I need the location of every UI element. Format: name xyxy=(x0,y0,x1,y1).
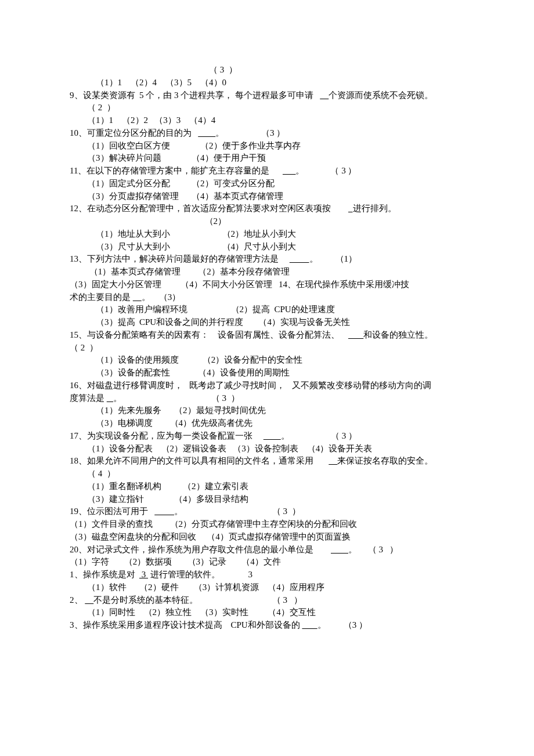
text-line: （1）同时性 （2）独立性 （3）实时性 （4）交互性 xyxy=(70,606,464,619)
text-line: （1）地址从大到小 （2）地址从小到大 xyxy=(70,228,464,241)
text-line: 20、对记录式文件，操作系统为用户存取文件信息的最小单位是 。 （ 3 ） xyxy=(70,544,464,556)
text-line: 3、操作系统采用多道程序设计技术提高 CPU和外部设备的 。 （3 ） xyxy=(70,619,464,632)
text-line: （3）设备的配套性 （4）设备使用的周期性 xyxy=(70,367,464,379)
text-line: （3）分页虚拟存储管理 （4）基本页式存储管理 xyxy=(70,190,464,203)
text-line: （1）重名翻译机构 （2）建立索引表 xyxy=(70,480,464,493)
text-line: 12、在动态分区分配管理中，首次适应分配算法要求对空闲区表项按 进行排列。 xyxy=(70,202,464,215)
text-line: （1）先来先服务 （2）最短寻找时间优先 xyxy=(70,404,464,417)
text-line: 15、与设备分配策略有关的因素有： 设备固有属性、设备分配算法、 和设备的独立性… xyxy=(70,329,464,342)
text-line: （1）设备分配表 （2）逻辑设备表 （3）设备控制表 （4）设备开关表 xyxy=(70,443,464,455)
text-line: （1）软件 （2）硬件 （3）计算机资源 （4）应用程序 xyxy=(70,581,464,594)
text-line: （1）回收空白区方便 （2）便于多作业共享内存 xyxy=(70,140,464,153)
text-line: 17、为实现设备分配，应为每一类设备配置一张 。 （ 3 ） xyxy=(70,430,464,443)
text-line: 18、如果允许不同用户的文件可以具有相同的文件名，通常采用 来保证按名存取的安全… xyxy=(70,455,464,468)
text-line: 10、可重定位分区分配的目的为 。 （3 ） xyxy=(70,127,464,140)
text-line: （1）固定式分区分配 （2）可变式分区分配 xyxy=(70,178,464,190)
text-line: 2、 不是分时系统的基本特征。 （ 3 ） xyxy=(70,594,464,607)
text-line: 16、对磁盘进行移臂调度时， 既考虑了减少寻找时间， 又不频繁改变移动臂的移动方… xyxy=(70,379,464,392)
text-line: （1）1 （2）2 （3）3 （4）4 xyxy=(70,114,464,127)
text-line: （3）固定大小分区管理 （4）不同大小分区管理 14、在现代操作系统中采用缓冲技 xyxy=(70,278,464,291)
text-line: 术的主要目的是 。 （3） xyxy=(70,291,464,304)
text-line: （3）电梯调度 （4）优先级高者优先 xyxy=(70,417,464,430)
text-line: （3）建立指针 （4）多级目录结构 xyxy=(70,493,464,506)
text-line: （2） xyxy=(70,215,464,228)
text-line: （1）1 （2）4 （3）5 （4）0 xyxy=(70,77,464,89)
text-line: 11、在以下的存储管理方案中，能扩充主存容量的是 。 （ 3 ） xyxy=(70,165,464,178)
text-line: （3）提高 CPU和设备之间的并行程度 （4）实现与设备无关性 xyxy=(70,316,464,329)
text-line: 度算法是 。 （ 3 ） xyxy=(70,392,464,405)
text-line: （1）字符 （2）数据项 （3）记录 （4）文件 xyxy=(70,556,464,569)
text-line: 9、设某类资源有 5 个，由 3 个进程共享， 每个进程最多可申请 个资源而使系… xyxy=(70,89,464,102)
document-body: （ 3 ）（1）1 （2）4 （3）5 （4）09、设某类资源有 5 个，由 3… xyxy=(70,64,464,632)
text-line: （ 4 ） xyxy=(70,468,464,480)
text-line: （ 3 ） xyxy=(70,64,464,77)
text-line: （ 2 ） xyxy=(70,342,464,355)
text-line: （3）解决碎片问题 （4）便于用户干预 xyxy=(70,152,464,165)
text-line: （1）改善用户编程环境 （2）提高 CPU的处理速度 xyxy=(70,303,464,316)
text-line: （3）尺寸从大到小 （4）尺寸从小到大 xyxy=(70,241,464,254)
text-line: （1）设备的使用频度 （2）设备分配中的安全性 xyxy=(70,354,464,367)
text-line: （1）基本页式存储管理 （2）基本分段存储管理 xyxy=(70,266,464,278)
document-page: （ 3 ）（1）1 （2）4 （3）5 （4）09、设某类资源有 5 个，由 3… xyxy=(0,0,534,655)
text-line: （3）磁盘空闲盘块的分配和回收 （4）页式虚拟存储管理中的页面置换 xyxy=(70,531,464,544)
text-line: 1、操作系统是对 3 进行管理的软件。 3 xyxy=(70,569,464,581)
text-line: （1）文件目录的查找 （2）分页式存储管理中主存空闲块的分配和回收 xyxy=(70,518,464,531)
text-line: （ 2 ） xyxy=(70,102,464,114)
text-line: 13、下列方法中，解决碎片问题最好的存储管理方法是 。 （1） xyxy=(70,253,464,266)
text-line: 19、位示图法可用于 。 （ 3 ） xyxy=(70,505,464,518)
